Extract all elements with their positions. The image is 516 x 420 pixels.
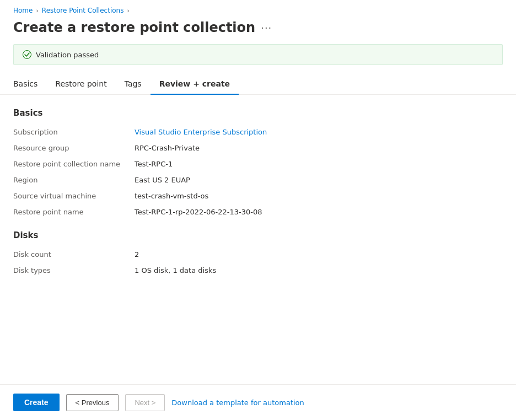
source-vm-value: test-crash-vm-std-os (135, 191, 503, 201)
create-button[interactable]: Create (13, 394, 60, 411)
page-title: Create a restore point collection (13, 20, 255, 35)
subscription-label: Subscription (13, 127, 135, 137)
disk-count-label: Disk count (13, 249, 135, 260)
basics-detail-grid: Subscription Visual Studio Enterprise Su… (13, 127, 503, 217)
footer: Create < Previous Next > Download a temp… (0, 384, 516, 420)
tabs-container: Basics Restore point Tags Review + creat… (0, 74, 516, 95)
validation-message: Validation passed (36, 51, 99, 59)
main-content: Basics Subscription Visual Studio Enterp… (0, 95, 516, 384)
tab-basics[interactable]: Basics (13, 74, 46, 95)
previous-button[interactable]: < Previous (66, 394, 119, 411)
download-template-link[interactable]: Download a template for automation (171, 399, 304, 407)
basics-section: Basics Subscription Visual Studio Enterp… (13, 108, 503, 217)
tab-restore-point[interactable]: Restore point (46, 74, 115, 95)
collection-name-label: Restore point collection name (13, 159, 135, 169)
breadcrumb: Home › Restore Point Collections › (0, 0, 516, 18)
breadcrumb-home[interactable]: Home (13, 7, 33, 14)
tab-review-create[interactable]: Review + create (150, 74, 239, 95)
page-title-row: Create a restore point collection ··· (0, 18, 516, 44)
region-label: Region (13, 175, 135, 185)
collection-name-value: Test-RPC-1 (135, 159, 503, 169)
restore-point-name-value: Test-RPC-1-rp-2022-06-22-13-30-08 (135, 207, 503, 217)
validation-check-icon (23, 50, 31, 59)
restore-point-name-label: Restore point name (13, 207, 135, 217)
next-button: Next > (125, 394, 165, 411)
resource-group-value: RPC-Crash-Private (135, 143, 503, 153)
resource-group-label: Resource group (13, 143, 135, 153)
disk-count-value: 2 (135, 249, 503, 260)
svg-point-0 (23, 51, 31, 59)
breadcrumb-chevron-2: › (127, 7, 129, 14)
validation-banner: Validation passed (13, 44, 503, 65)
disks-detail-grid: Disk count 2 Disk types 1 OS disk, 1 dat… (13, 249, 503, 276)
breadcrumb-collection[interactable]: Restore Point Collections (42, 7, 124, 14)
source-vm-label: Source virtual machine (13, 191, 135, 201)
basics-section-title: Basics (13, 108, 503, 118)
region-value: East US 2 EUAP (135, 175, 503, 185)
tab-tags[interactable]: Tags (116, 74, 150, 95)
disks-section: Disks Disk count 2 Disk types 1 OS disk,… (13, 230, 503, 276)
disk-types-label: Disk types (13, 265, 135, 276)
more-options-icon[interactable]: ··· (261, 22, 272, 34)
disks-section-title: Disks (13, 230, 503, 240)
subscription-value[interactable]: Visual Studio Enterprise Subscription (135, 127, 503, 137)
breadcrumb-chevron-1: › (36, 7, 38, 14)
disk-types-value: 1 OS disk, 1 data disks (135, 265, 503, 276)
